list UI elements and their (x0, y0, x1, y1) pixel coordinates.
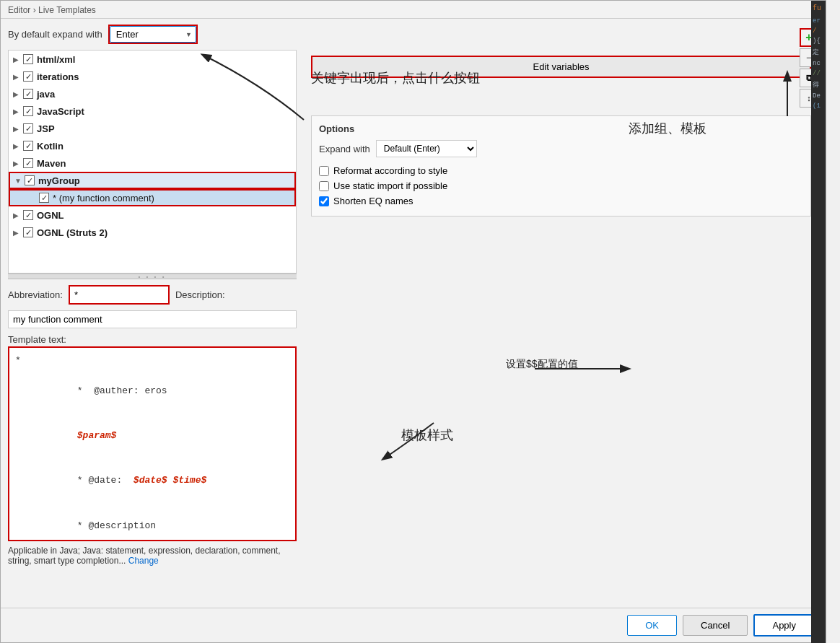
tree-item-mygroup[interactable]: ▼ myGroup (9, 172, 296, 189)
tree-item-java[interactable]: ▶ java (9, 85, 296, 102)
expand-arrow-ognl2: ▶ (13, 229, 22, 237)
expand-arrow-kotlin: ▶ (13, 142, 22, 150)
template-label: Template text: (8, 331, 297, 346)
shorten-label: Shorten EQ names (333, 196, 414, 206)
tree-label-ognl2: OGNL (Struts 2) (37, 227, 108, 238)
tree-label-mygroup-child: * (my function comment) (53, 193, 154, 204)
tree-label-html: html/xml (37, 54, 75, 65)
expand-arrow-maven: ▶ (13, 159, 22, 167)
applicable-row: Applicable in Java; Java: statement, exp… (8, 541, 297, 569)
resize-divider[interactable]: • • • • (8, 274, 297, 279)
template-line-5: * @description (15, 504, 289, 541)
expand-label: By default expand with (8, 29, 102, 40)
apply-button[interactable]: Apply (753, 614, 815, 637)
tree-label-jsp: JSP (37, 123, 55, 134)
toolbar-row: By default expand with Enter Tab Space (1, 19, 826, 50)
tree-item-jsp[interactable]: ▶ JSP (9, 120, 296, 137)
template-line-3: $param$ (15, 414, 289, 458)
shorten-row: Shorten EQ names (319, 193, 803, 209)
tree-label-kotlin: Kotlin (37, 141, 64, 152)
checkbox-java[interactable] (23, 89, 33, 99)
expand-arrow-javascript: ▶ (13, 108, 22, 115)
checkbox-maven[interactable] (23, 158, 33, 168)
tree-item-javascript[interactable]: ▶ JavaScript (9, 102, 296, 120)
cancel-button[interactable]: Cancel (683, 615, 748, 636)
tree-label-iterations: iterations (37, 71, 79, 82)
checkbox-mygroup[interactable] (25, 175, 35, 185)
tree-label-ognl: OGNL (37, 210, 64, 221)
options-box: Options Expand with Default (Enter) Ente… (311, 115, 811, 216)
tree-label-maven: Maven (37, 158, 66, 169)
expand-select[interactable]: Enter Tab Space (110, 26, 196, 43)
tree-panel: ▶ html/xml ▶ iterations ▶ java (8, 50, 297, 274)
breadcrumb: Editor › Live Templates (1, 1, 826, 19)
tree-item-iterations[interactable]: ▶ iterations (9, 68, 296, 85)
desc-label: Description: (175, 289, 225, 300)
static-import-row: Use static import if possible (319, 178, 803, 193)
abbrev-label: Abbreviation: (8, 289, 63, 300)
tree-item-ognl2[interactable]: ▶ OGNL (Struts 2) (9, 224, 296, 241)
options-title: Options (319, 123, 803, 134)
reformat-row: Reformat according to style (319, 163, 803, 178)
checkbox-javascript[interactable] (23, 106, 33, 116)
expand-arrow-ognl: ▶ (13, 211, 22, 219)
tree-label-mygroup: myGroup (38, 175, 80, 186)
reformat-label: Reformat according to style (333, 165, 447, 176)
template-line-2: * @auther: eros (15, 369, 289, 414)
tree-label-java: java (37, 89, 55, 100)
left-panel: ▶ html/xml ▶ iterations ▶ java (8, 50, 297, 569)
static-import-label: Use static import if possible (333, 180, 447, 191)
checkbox-iterations[interactable] (23, 71, 33, 82)
tree-label-javascript: JavaScript (37, 106, 84, 117)
expand-with-select[interactable]: Default (Enter) Enter Tab (376, 140, 477, 157)
code-panel: fu er / ){ 定 nc // 得 De (1 (811, 1, 826, 643)
ok-button[interactable]: OK (627, 615, 677, 636)
tree-item-mygroup-child[interactable]: * (my function comment) (9, 189, 296, 206)
desc-input[interactable] (8, 310, 297, 328)
tree-item-kotlin[interactable]: ▶ Kotlin (9, 137, 296, 154)
tree-item-html[interactable]: ▶ html/xml (9, 51, 296, 68)
edit-variables-button[interactable]: Edit variables (311, 56, 811, 78)
change-link[interactable]: Change (128, 556, 159, 566)
checkbox-html[interactable] (23, 54, 33, 64)
expand-arrow-iterations: ▶ (13, 73, 22, 81)
checkbox-mygroup-child[interactable] (39, 193, 49, 203)
shorten-checkbox[interactable] (319, 196, 329, 206)
expand-arrow-java: ▶ (13, 90, 22, 98)
checkbox-jsp[interactable] (23, 123, 33, 134)
expand-select-wrapper[interactable]: Enter Tab Space (108, 25, 198, 44)
bottom-bar: OK Cancel Apply (1, 608, 826, 642)
checkbox-ognl2[interactable] (23, 227, 33, 237)
checkbox-kotlin[interactable] (23, 141, 33, 151)
right-panel: Edit variables Options Expand with Defau… (304, 50, 818, 569)
expand-arrow-jsp: ▶ (13, 125, 22, 133)
template-editor[interactable]: * * @auther: eros $param$ * @date: $date… (8, 346, 297, 541)
abbrev-input[interactable] (69, 285, 170, 305)
template-line-4: * @date: $date$ $time$ (15, 459, 289, 504)
template-line-1: * (15, 354, 289, 369)
checkbox-ognl[interactable] (23, 210, 33, 220)
fields-row: Abbreviation: Description: (8, 279, 297, 331)
tree-item-ognl[interactable]: ▶ OGNL (9, 206, 296, 224)
expand-with-row: Expand with Default (Enter) Enter Tab (319, 140, 803, 157)
reformat-checkbox[interactable] (319, 166, 329, 176)
expand-arrow-html: ▶ (13, 56, 22, 64)
expand-arrow-mygroup: ▼ (14, 177, 23, 185)
expand-with-label: Expand with (319, 144, 370, 154)
static-import-checkbox[interactable] (319, 181, 329, 191)
tree-item-maven[interactable]: ▶ Maven (9, 154, 296, 172)
